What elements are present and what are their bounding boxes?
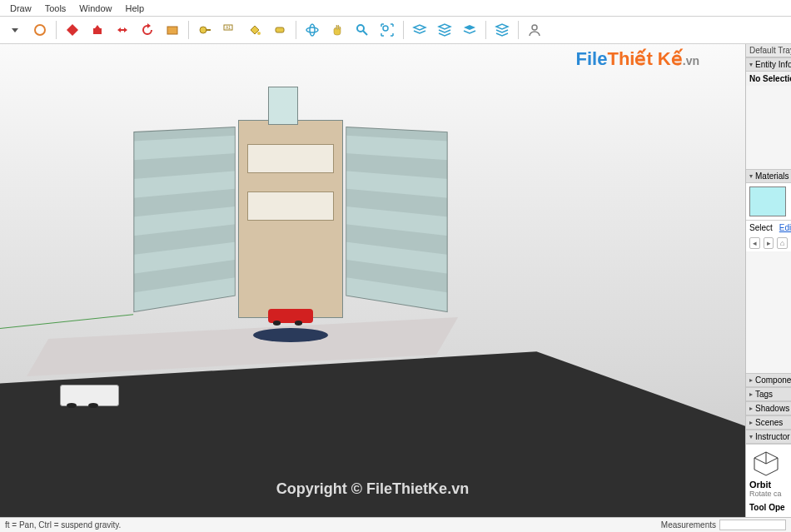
edit-link[interactable]: Edit xyxy=(779,223,791,232)
svg-rect-3 xyxy=(93,28,102,34)
arrows-red-icon[interactable] xyxy=(111,18,134,42)
shape-dropdown-icon[interactable] xyxy=(3,18,27,42)
orbit-subtitle: Rotate ca xyxy=(749,490,788,498)
orbit-3d-icon[interactable] xyxy=(301,18,324,42)
status-bar: ft = Pan, Ctrl = suspend gravity. Measur… xyxy=(0,517,791,532)
status-hint: ft = Pan, Ctrl = suspend gravity. xyxy=(5,520,121,530)
menu-tools[interactable]: Tools xyxy=(38,2,73,15)
svg-line-15 xyxy=(363,31,367,35)
fountain xyxy=(253,328,328,342)
nav-home-icon[interactable]: ⌂ xyxy=(777,237,788,249)
pushpull-red-icon[interactable] xyxy=(86,18,109,42)
svg-rect-5 xyxy=(167,27,177,34)
menu-draw[interactable]: Draw xyxy=(3,2,38,15)
panel-instructor[interactable]: Instructor xyxy=(746,430,791,444)
paint-bucket-icon[interactable] xyxy=(243,18,266,42)
car-white xyxy=(60,385,120,406)
text-label-icon[interactable]: A1 xyxy=(218,18,241,42)
nav-icons: ◂ ▸ ⌂ xyxy=(746,235,791,251)
orbit-cube-icon xyxy=(749,450,783,478)
panel-entity-info[interactable]: Entity Info xyxy=(746,57,791,72)
pan-hand-icon[interactable] xyxy=(326,18,349,42)
svg-point-13 xyxy=(310,24,315,36)
building-wing-left xyxy=(133,127,236,312)
layers-4-icon[interactable] xyxy=(490,18,514,42)
svg-text:A1: A1 xyxy=(226,25,231,30)
building-center xyxy=(238,120,342,319)
svg-point-17 xyxy=(532,25,537,30)
svg-marker-4 xyxy=(95,25,100,28)
circle-draw-icon[interactable] xyxy=(28,18,52,42)
svg-point-12 xyxy=(306,27,318,32)
svg-line-20 xyxy=(754,458,766,464)
measurements-label: Measurements xyxy=(661,520,716,530)
box-orange-icon[interactable] xyxy=(161,18,184,42)
svg-rect-7 xyxy=(206,29,211,31)
layers-2-icon[interactable] xyxy=(433,18,456,42)
svg-rect-11 xyxy=(276,27,284,32)
eraser-icon[interactable] xyxy=(268,18,291,42)
panel-materials[interactable]: Materials xyxy=(746,169,791,183)
diamond-red-icon[interactable] xyxy=(61,18,84,42)
layers-3-icon[interactable] xyxy=(458,18,481,42)
model-scene xyxy=(0,44,745,517)
menu-window[interactable]: Window xyxy=(72,2,118,15)
panel-shadows[interactable]: Shadows xyxy=(746,401,791,415)
entity-no-selection: No Selection xyxy=(746,72,791,86)
layers-1-icon[interactable] xyxy=(408,18,431,42)
svg-line-21 xyxy=(766,458,778,464)
car-red xyxy=(268,309,313,323)
panel-tags[interactable]: Tags xyxy=(746,387,791,401)
default-tray: Default Tray Entity Info No Selection Ma… xyxy=(745,44,791,517)
roof-box xyxy=(268,87,298,124)
select-label: Select xyxy=(749,223,773,232)
menu-help[interactable]: Help xyxy=(118,2,151,15)
svg-point-14 xyxy=(357,25,364,32)
select-edit-row: Select Edit xyxy=(746,220,791,235)
svg-marker-0 xyxy=(12,28,18,32)
building-wing-right xyxy=(346,127,448,312)
panel-components[interactable]: Componen xyxy=(746,373,791,387)
nav-fwd-icon[interactable]: ▸ xyxy=(764,237,774,249)
svg-point-6 xyxy=(200,27,206,33)
axis-green xyxy=(0,314,133,329)
profile-icon[interactable] xyxy=(523,18,546,42)
svg-point-16 xyxy=(383,26,388,31)
viewport-3d[interactable]: FileThiết Kế.vn Copyright © FileThietKe.… xyxy=(0,44,745,517)
toolbar: A1 xyxy=(0,17,791,44)
rotate-red-icon[interactable] xyxy=(136,18,159,42)
zoom-icon[interactable] xyxy=(351,18,374,42)
menu-bar: Draw Tools Window Help xyxy=(0,0,791,17)
zoom-extents-icon[interactable] xyxy=(376,18,399,42)
tape-measure-icon[interactable] xyxy=(193,18,216,42)
orbit-title: Orbit xyxy=(749,480,788,490)
svg-point-1 xyxy=(35,25,45,35)
tool-operations-label: Tool Ope xyxy=(749,503,788,512)
measurements-input[interactable] xyxy=(719,520,786,530)
svg-point-10 xyxy=(257,32,261,35)
materials-body xyxy=(746,183,791,220)
panel-scenes[interactable]: Scenes xyxy=(746,415,791,430)
nav-back-icon[interactable]: ◂ xyxy=(749,237,760,249)
svg-marker-2 xyxy=(67,24,78,36)
ground-plane xyxy=(0,351,745,517)
material-swatch[interactable] xyxy=(749,186,786,216)
tray-title: Default Tray xyxy=(746,44,791,57)
instructor-body: Orbit Rotate ca Tool Ope xyxy=(746,444,791,517)
